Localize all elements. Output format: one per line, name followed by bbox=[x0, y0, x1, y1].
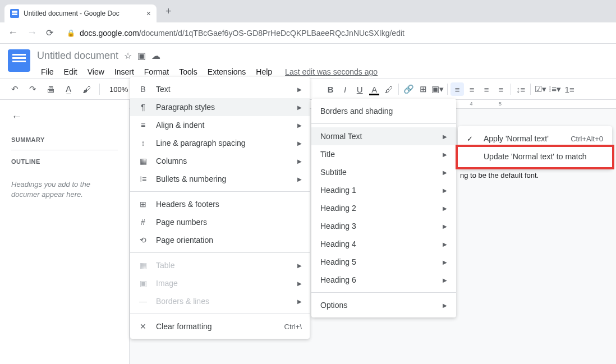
paragraph-style-item[interactable]: Subtitle▶ bbox=[311, 163, 456, 181]
format-menu-item[interactable]: ↕Line & paragraph spacing▶ bbox=[130, 134, 310, 152]
cloud-icon[interactable]: ☁ bbox=[151, 50, 160, 61]
bulleted-list-button[interactable]: ⁝≡▾ bbox=[548, 82, 562, 96]
document-title[interactable]: Untitled document bbox=[37, 50, 118, 62]
document-body-text[interactable]: ng to be the default font. bbox=[460, 171, 539, 179]
menu-edit[interactable]: Edit bbox=[60, 65, 81, 79]
insert-link-button[interactable]: 🔗 bbox=[402, 82, 415, 96]
print-button[interactable]: 🖶 bbox=[44, 82, 57, 96]
add-comment-button[interactable]: ⊞ bbox=[416, 82, 430, 96]
menu-item-label: Columns bbox=[156, 156, 187, 165]
toolbar-separator bbox=[398, 84, 399, 95]
paragraph-style-item[interactable]: Title▶ bbox=[311, 145, 456, 163]
format-menu-item[interactable]: ▦Columns▶ bbox=[130, 152, 310, 170]
format-menu-item[interactable]: ⁝≡Bullets & numbering▶ bbox=[130, 170, 310, 188]
shortcut-label: Ctrl+Alt+0 bbox=[571, 135, 603, 143]
paragraph-style-item[interactable]: Heading 2▶ bbox=[311, 199, 456, 217]
outline-sidebar: ← SUMMARY OUTLINE Headings you add to th… bbox=[0, 100, 129, 364]
format-menu-item[interactable]: ¶Paragraph styles▶ bbox=[130, 98, 310, 116]
submenu-arrow-icon: ▶ bbox=[297, 158, 302, 164]
submenu-arrow-icon: ▶ bbox=[443, 151, 447, 158]
submenu-arrow-icon: ▶ bbox=[443, 277, 447, 283]
apply-normal-text[interactable]: ✓Apply 'Normal text'Ctrl+Alt+0 bbox=[458, 130, 612, 148]
style-label: Heading 3 bbox=[320, 222, 435, 231]
align-left-button[interactable]: ≡ bbox=[450, 82, 464, 96]
address-bar[interactable]: 🔒 docs.google.com/document/d/1qTBcGaef6y… bbox=[62, 29, 608, 38]
menu-view[interactable]: View bbox=[84, 65, 108, 79]
reload-button[interactable]: ⟳ bbox=[46, 27, 53, 38]
format-menu-item[interactable]: ⟲Page orientation bbox=[130, 231, 310, 249]
format-menu-item: ▣Image▶ bbox=[130, 274, 310, 292]
style-label: Heading 5 bbox=[320, 257, 435, 266]
menu-item-label: Bullets & numbering bbox=[156, 174, 226, 183]
paragraph-style-item[interactable]: Heading 6▶ bbox=[311, 271, 456, 289]
redo-button[interactable]: ↷ bbox=[26, 82, 39, 96]
checklist-button[interactable]: ☑▾ bbox=[534, 82, 547, 96]
paragraph-style-item[interactable]: Heading 3▶ bbox=[311, 217, 456, 235]
paragraph-styles-submenu: Borders and shadingNormal Text▶Title▶Sub… bbox=[311, 99, 456, 317]
submenu-arrow-icon: ▶ bbox=[297, 262, 302, 269]
move-icon[interactable]: ▣ bbox=[137, 50, 146, 61]
outline-heading: OUTLINE bbox=[11, 158, 118, 172]
back-button[interactable]: ← bbox=[8, 27, 18, 39]
undo-button[interactable]: ↶ bbox=[8, 82, 21, 96]
toolbar-separator bbox=[447, 84, 448, 95]
check-icon: ✓ bbox=[467, 135, 476, 143]
menu-item-icon: # bbox=[138, 218, 148, 227]
star-icon[interactable]: ☆ bbox=[124, 50, 132, 61]
menu-shortcut: Ctrl+\ bbox=[284, 322, 302, 331]
menu-item-label: Image bbox=[156, 279, 178, 288]
docs-favicon bbox=[10, 9, 19, 18]
italic-button[interactable]: I bbox=[338, 82, 352, 96]
lock-icon: 🔒 bbox=[67, 29, 75, 37]
close-tab-icon[interactable]: × bbox=[146, 9, 151, 18]
align-center-button[interactable]: ≡ bbox=[465, 82, 479, 96]
borders-shading-item[interactable]: Borders and shading bbox=[311, 102, 456, 120]
format-menu-item[interactable]: BText▶ bbox=[130, 80, 310, 98]
submenu-arrow-icon: ▶ bbox=[297, 176, 302, 182]
underline-button[interactable]: U bbox=[353, 82, 366, 96]
paragraph-style-item[interactable]: Heading 5▶ bbox=[311, 253, 456, 271]
spellcheck-button[interactable]: A̲ bbox=[62, 82, 75, 96]
format-menu-item: —Borders & lines▶ bbox=[130, 292, 310, 310]
menu-item-icon: ↕ bbox=[138, 139, 148, 148]
format-menu-item[interactable]: ≡Align & indent▶ bbox=[130, 116, 310, 134]
highlight-button[interactable]: 🖊 bbox=[382, 82, 396, 96]
menu-item-icon: ▦ bbox=[138, 156, 148, 165]
summary-heading: SUMMARY bbox=[11, 136, 118, 150]
menu-item-label: Paragraph styles bbox=[156, 103, 215, 112]
text-color-button[interactable]: A bbox=[367, 82, 381, 96]
align-right-button[interactable]: ≡ bbox=[480, 82, 493, 96]
update-normal-text[interactable]: Update 'Normal text' to match bbox=[458, 148, 612, 165]
align-justify-button[interactable]: ≡ bbox=[494, 82, 508, 96]
numbered-list-button[interactable]: 1≡ bbox=[563, 82, 576, 96]
collapse-sidebar-icon[interactable]: ← bbox=[11, 110, 118, 123]
format-menu-item[interactable]: #Page numbers bbox=[130, 213, 310, 231]
paragraph-style-item[interactable]: Normal Text▶ bbox=[311, 127, 456, 145]
menu-file[interactable]: File bbox=[37, 65, 58, 79]
normal-text-submenu: ✓Apply 'Normal text'Ctrl+Alt+0Update 'No… bbox=[458, 126, 612, 169]
line-spacing-button[interactable]: ↕≡ bbox=[514, 82, 527, 96]
paragraph-style-item[interactable]: Heading 4▶ bbox=[311, 235, 456, 253]
browser-tab-strip: Untitled document - Google Doc × + bbox=[0, 0, 616, 22]
menu-item-label: Headers & footers bbox=[156, 200, 219, 209]
style-label: Normal Text bbox=[320, 132, 435, 141]
new-tab-button[interactable]: + bbox=[166, 6, 172, 17]
paint-format-button[interactable]: 🖌 bbox=[80, 82, 93, 96]
update-label: Update 'Normal text' to match bbox=[484, 152, 587, 161]
menu-item-label: Page orientation bbox=[156, 236, 213, 245]
insert-image-button[interactable]: ▣▾ bbox=[431, 82, 444, 96]
style-label: Heading 6 bbox=[320, 275, 435, 284]
browser-nav-bar: ← → ⟳ 🔒 docs.google.com/document/d/1qTBc… bbox=[0, 22, 616, 44]
options-item[interactable]: Options▶ bbox=[311, 296, 456, 314]
browser-tab[interactable]: Untitled document - Google Doc × bbox=[4, 4, 157, 22]
bold-button[interactable]: B bbox=[324, 82, 337, 96]
docs-logo[interactable] bbox=[8, 49, 30, 72]
submenu-arrow-icon: ▶ bbox=[297, 104, 302, 110]
last-edit-link[interactable]: Last edit was seconds ago bbox=[285, 67, 378, 76]
submenu-arrow-icon: ▶ bbox=[297, 86, 302, 93]
menu-item-icon: ⊞ bbox=[138, 200, 148, 209]
submenu-arrow-icon: ▶ bbox=[443, 223, 447, 229]
format-menu-item[interactable]: ⊞Headers & footers bbox=[130, 195, 310, 213]
format-menu-item[interactable]: ✕Clear formattingCtrl+\ bbox=[130, 317, 310, 335]
paragraph-style-item[interactable]: Heading 1▶ bbox=[311, 181, 456, 199]
